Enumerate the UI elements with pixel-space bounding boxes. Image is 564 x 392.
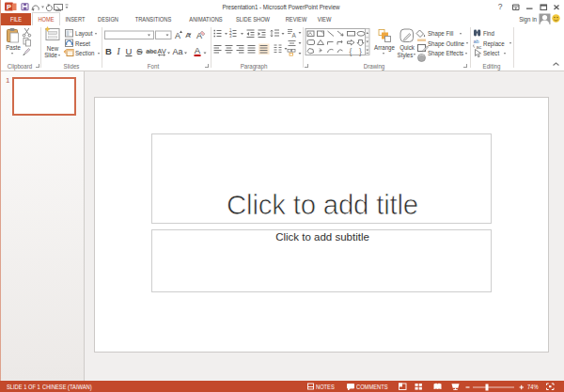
svg-text:A: A: [195, 45, 201, 55]
svg-text:{: {: [350, 47, 352, 56]
svg-text:B: B: [105, 46, 112, 56]
svg-text:U: U: [126, 46, 133, 56]
svg-text:3: 3: [229, 34, 232, 39]
svg-text:}: }: [359, 47, 362, 56]
svg-text:?: ?: [498, 2, 503, 11]
svg-text:ac: ac: [477, 44, 482, 50]
svg-text:I: I: [116, 47, 120, 56]
svg-text:A: A: [175, 31, 180, 40]
svg-text:abc: abc: [146, 48, 157, 55]
svg-text:AV: AV: [157, 47, 165, 55]
svg-text:A: A: [292, 32, 297, 39]
svg-text:Aa: Aa: [172, 47, 182, 56]
svg-text:A: A: [185, 31, 191, 39]
svg-text:S: S: [136, 46, 142, 56]
svg-text:P: P: [7, 3, 11, 11]
